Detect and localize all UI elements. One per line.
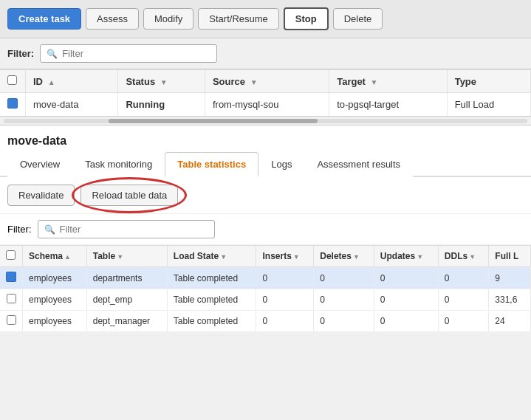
row-type: Full Load: [447, 93, 530, 117]
sort-icon-3: ▼: [293, 253, 300, 261]
sort-icon-5: ▼: [417, 253, 423, 261]
row-status: Running: [118, 93, 205, 117]
main-table-col-status[interactable]: Status ▼: [118, 70, 205, 93]
stats-deletes: 0: [314, 267, 374, 289]
stats-table: Schema▲Table▼Load State▼Inserts▼Deletes▼…: [0, 245, 531, 332]
revalidate-button[interactable]: Revalidate: [7, 185, 75, 206]
sort-icon-2: ▼: [220, 253, 227, 261]
main-table-header: ID ▲ Status ▼ Source ▼ Target ▼ Type: [0, 70, 531, 93]
row-selected-checkbox[interactable]: [7, 98, 18, 109]
reload-table-data-button[interactable]: Reload table data: [80, 185, 178, 206]
top-filter-label: Filter:: [7, 48, 34, 59]
main-table-body: move-data Running from-mysql-sou to-pgsq…: [0, 93, 531, 117]
stats-load-state: Table completed: [167, 311, 256, 332]
stats-inserts: 0: [256, 311, 314, 332]
stats-full-l: 24: [489, 311, 531, 332]
stats-full-l: 331,6: [489, 289, 531, 311]
search-icon: 🔍: [47, 49, 58, 59]
scrollbar-thumb[interactable]: [109, 119, 318, 123]
modify-button[interactable]: Modify: [143, 8, 193, 30]
stats-inserts: 0: [256, 289, 314, 311]
start-resume-button[interactable]: Start/Resume: [198, 8, 278, 30]
stats-full-l: 9: [489, 267, 531, 289]
stats-updates: 0: [374, 311, 438, 332]
stats-table-section: Schema▲Table▼Load State▼Inserts▼Deletes▼…: [0, 245, 531, 332]
main-table: ID ▲ Status ▼ Source ▼ Target ▼ Type: [0, 69, 531, 116]
stats-table-row[interactable]: employees dept_manager Table completed 0…: [0, 311, 531, 332]
stats-row-checkbox-cell[interactable]: [0, 267, 23, 289]
row-checkbox-cell[interactable]: [0, 93, 26, 117]
stats-col-updates[interactable]: Updates▼: [374, 246, 438, 267]
tab-task-monitoring[interactable]: Task monitoring: [72, 152, 165, 177]
tabs-bar: OverviewTask monitoringTable statisticsL…: [0, 152, 531, 177]
stats-table-name: dept_emp: [86, 289, 167, 311]
stats-load-state: Table completed: [167, 289, 256, 311]
main-table-row[interactable]: move-data Running from-mysql-sou to-pgsq…: [0, 93, 531, 117]
stats-row-selected[interactable]: [6, 272, 16, 282]
scrollbar-track: [4, 119, 527, 123]
bottom-search-icon: 🔍: [44, 224, 55, 235]
stats-col-table[interactable]: Table▼: [86, 246, 167, 267]
stats-row-checkbox[interactable]: [7, 315, 16, 325]
delete-button[interactable]: Delete: [333, 8, 383, 30]
stats-schema: employees: [23, 267, 87, 289]
stats-col-deletes[interactable]: Deletes▼: [314, 246, 374, 267]
sort-icon-6: ▼: [469, 253, 476, 261]
target-sort-icon: ▼: [371, 78, 378, 86]
stats-row-checkbox-cell[interactable]: [0, 311, 23, 332]
main-table-select-all[interactable]: [0, 70, 26, 93]
top-filter-input[interactable]: [62, 48, 210, 59]
tab-assessment-results[interactable]: Assessment results: [304, 152, 413, 177]
bottom-filter-bar: Filter: 🔍: [0, 213, 531, 245]
stats-table-name: dept_manager: [86, 311, 167, 332]
assess-button[interactable]: Assess: [86, 8, 139, 30]
bottom-filter-label: Filter:: [7, 224, 32, 235]
tab-logs[interactable]: Logs: [258, 152, 304, 177]
main-table-col-target[interactable]: Target ▼: [329, 70, 447, 93]
stats-col-inserts[interactable]: Inserts▼: [256, 246, 314, 267]
tab-table-statistics[interactable]: Table statistics: [165, 152, 258, 177]
main-table-section: ID ▲ Status ▼ Source ▼ Target ▼ Type: [0, 69, 531, 117]
bottom-filter-input-wrapper: 🔍: [38, 220, 215, 238]
stats-select-all[interactable]: [0, 246, 23, 267]
stats-row-checkbox[interactable]: [7, 294, 16, 303]
tab-overview[interactable]: Overview: [7, 152, 72, 177]
stats-ddls: 0: [438, 311, 489, 332]
bottom-filter-input[interactable]: [60, 224, 208, 235]
select-all-checkbox[interactable]: [7, 75, 17, 85]
stats-col-schema[interactable]: Schema▲: [23, 246, 87, 267]
main-table-col-type: Type: [447, 70, 530, 93]
stats-select-all-checkbox[interactable]: [6, 250, 16, 260]
sort-icon-4: ▼: [353, 253, 360, 261]
sort-icon-1: ▼: [117, 253, 123, 261]
row-target: to-pgsql-target: [329, 93, 447, 117]
stats-table-header: Schema▲Table▼Load State▼Inserts▼Deletes▼…: [0, 246, 531, 267]
stats-col-full-l[interactable]: Full L: [489, 246, 531, 267]
stats-ddls: 0: [438, 267, 489, 289]
stats-col-ddls[interactable]: DDLs▼: [438, 246, 489, 267]
stats-row-checkbox-cell[interactable]: [0, 289, 23, 311]
stop-button[interactable]: Stop: [284, 7, 329, 30]
top-filter-input-wrapper: 🔍: [40, 44, 217, 63]
horizontal-scrollbar[interactable]: [0, 117, 531, 125]
stats-table-body: employees departments Table completed 0 …: [0, 267, 531, 332]
detail-section: move-data OverviewTask monitoringTable s…: [0, 125, 531, 332]
create-task-button[interactable]: Create task: [7, 8, 81, 30]
status-sort-icon: ▼: [160, 78, 168, 86]
stats-load-state: Table completed: [167, 267, 256, 289]
stats-deletes: 0: [314, 311, 374, 332]
stats-table-row[interactable]: employees dept_emp Table completed 0 0 0…: [0, 289, 531, 311]
reload-btn-wrapper: Reload table data: [80, 185, 178, 206]
id-sort-icon: ▲: [48, 78, 55, 86]
row-id: move-data: [26, 93, 118, 117]
stats-updates: 0: [374, 289, 438, 311]
stats-col-load-state[interactable]: Load State▼: [167, 246, 256, 267]
stats-schema: employees: [23, 289, 87, 311]
main-table-col-source[interactable]: Source ▼: [205, 70, 329, 93]
main-table-col-id[interactable]: ID ▲: [26, 70, 118, 93]
row-source: from-mysql-sou: [205, 93, 329, 117]
stats-schema: employees: [23, 311, 87, 332]
stats-table-row[interactable]: employees departments Table completed 0 …: [0, 267, 531, 289]
sort-icon-0: ▲: [64, 253, 71, 261]
stats-ddls: 0: [438, 289, 489, 311]
